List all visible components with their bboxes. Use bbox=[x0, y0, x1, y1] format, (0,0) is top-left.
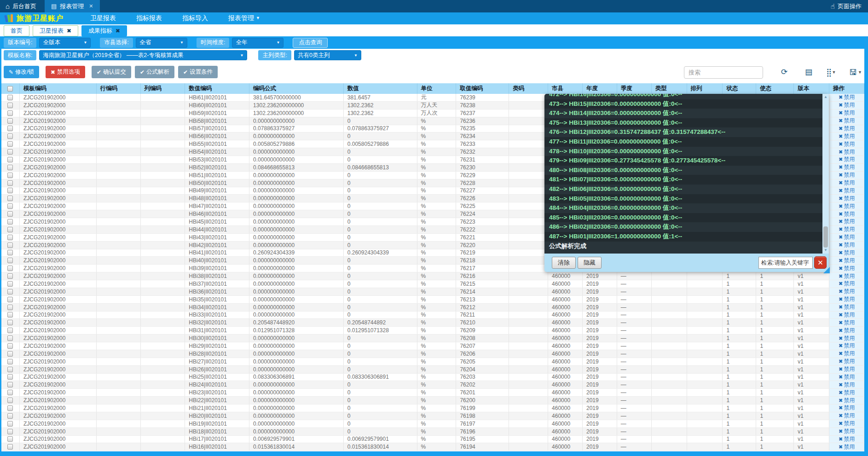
row-checkbox[interactable] bbox=[7, 320, 13, 325]
disable-row-link[interactable]: ✖禁用 bbox=[839, 327, 855, 334]
keyword-search-input[interactable] bbox=[758, 257, 813, 269]
row-checkbox[interactable] bbox=[7, 110, 13, 116]
row-checkbox[interactable] bbox=[7, 103, 13, 108]
disable-row-link[interactable]: ✖禁用 bbox=[839, 420, 855, 427]
row-checkbox[interactable] bbox=[7, 118, 13, 124]
disable-row-link[interactable]: ✖禁用 bbox=[839, 342, 855, 350]
row-checkbox[interactable] bbox=[7, 351, 13, 357]
disable-row-link[interactable]: ✖禁用 bbox=[839, 312, 855, 319]
disable-row-link[interactable]: ✖禁用 bbox=[839, 366, 855, 373]
export-icon[interactable]: 🖫▼ bbox=[849, 67, 862, 78]
row-checkbox[interactable] bbox=[7, 188, 13, 193]
menu-indicator-import[interactable]: 指标导入 bbox=[172, 14, 218, 23]
menu-indicator-report[interactable]: 指标报表 bbox=[126, 14, 172, 23]
tab-satellite-report[interactable]: 卫星报表 ✖ bbox=[33, 25, 78, 36]
disable-row-link[interactable]: ✖禁用 bbox=[839, 249, 855, 257]
disable-row-link[interactable]: ✖禁用 bbox=[839, 164, 855, 171]
page-operations-button[interactable]: ☝ 页面操作 bbox=[824, 0, 868, 12]
row-checkbox[interactable] bbox=[7, 413, 13, 419]
row-checkbox[interactable] bbox=[7, 173, 13, 178]
disable-row-link[interactable]: ✖禁用 bbox=[839, 202, 855, 210]
tab-result-indicators[interactable]: 成果指标 ✖ bbox=[81, 25, 127, 36]
disable-row-link[interactable]: ✖禁用 bbox=[839, 404, 855, 412]
query-button[interactable]: 点击查询 bbox=[293, 38, 328, 48]
disable-row-link[interactable]: ✖禁用 bbox=[839, 140, 855, 148]
disable-row-link[interactable]: ✖禁用 bbox=[839, 389, 855, 396]
row-checkbox[interactable] bbox=[7, 242, 13, 248]
disable-row-link[interactable]: ✖禁用 bbox=[839, 179, 855, 187]
disable-row-link[interactable]: ✖禁用 bbox=[839, 210, 855, 218]
row-checkbox[interactable] bbox=[7, 429, 13, 434]
console-scrollbar[interactable]: ▲ ▼ bbox=[822, 94, 829, 254]
row-checkbox[interactable] bbox=[7, 95, 13, 100]
list-view-icon[interactable]: ▤ bbox=[805, 67, 812, 78]
disable-row-link[interactable]: ✖禁用 bbox=[839, 296, 855, 303]
menu-satellite-report[interactable]: 卫星报表 bbox=[80, 14, 126, 23]
confirm-submit-button[interactable]: ✔确认提交 bbox=[92, 66, 131, 78]
time-dimension-select[interactable]: 全年▼ bbox=[232, 38, 284, 48]
row-checkbox[interactable] bbox=[7, 444, 13, 450]
row-checkbox[interactable] bbox=[7, 196, 13, 201]
disable-row-link[interactable]: ✖禁用 bbox=[839, 257, 855, 264]
hide-button[interactable]: 隐藏 bbox=[578, 257, 602, 269]
select-all-header-cell[interactable] bbox=[1, 83, 20, 94]
row-checkbox[interactable] bbox=[7, 382, 13, 387]
row-checkbox[interactable] bbox=[7, 250, 13, 255]
set-conditions-button[interactable]: ✔设置条件 bbox=[178, 66, 218, 78]
row-checkbox[interactable] bbox=[7, 203, 13, 209]
row-checkbox[interactable] bbox=[7, 398, 13, 403]
disable-row-link[interactable]: ✖禁用 bbox=[839, 187, 855, 195]
row-checkbox[interactable] bbox=[7, 374, 13, 380]
menu-report-management[interactable]: 报表管理▼ bbox=[218, 14, 270, 23]
disable-row-link[interactable]: ✖禁用 bbox=[839, 428, 855, 435]
row-checkbox[interactable] bbox=[7, 273, 13, 279]
row-checkbox[interactable] bbox=[7, 157, 13, 162]
disable-row-link[interactable]: ✖禁用 bbox=[839, 156, 855, 163]
row-checkbox[interactable] bbox=[7, 149, 13, 155]
row-checkbox[interactable] bbox=[7, 312, 13, 317]
row-checkbox[interactable] bbox=[7, 141, 13, 147]
row-checkbox[interactable] bbox=[7, 359, 13, 364]
row-checkbox[interactable] bbox=[7, 405, 13, 411]
grid-columns-icon[interactable]: ⣿▼ bbox=[826, 67, 835, 78]
disable-row-link[interactable]: ✖禁用 bbox=[839, 443, 855, 450]
disable-row-link[interactable]: ✖禁用 bbox=[839, 381, 855, 388]
row-checkbox[interactable] bbox=[7, 328, 13, 333]
row-checkbox[interactable] bbox=[7, 211, 13, 217]
row-checkbox[interactable] bbox=[7, 297, 13, 302]
scroll-up-arrow-icon[interactable]: ▲ bbox=[822, 94, 829, 100]
disable-row-link[interactable]: ✖禁用 bbox=[839, 110, 855, 117]
disable-row-link[interactable]: ✖禁用 bbox=[839, 272, 855, 280]
disable-row-link[interactable]: ✖禁用 bbox=[839, 358, 855, 365]
row-checkbox[interactable] bbox=[7, 390, 13, 395]
disable-row-link[interactable]: ✖禁用 bbox=[839, 218, 855, 225]
scroll-down-arrow-icon[interactable]: ▼ bbox=[822, 247, 829, 254]
disable-row-link[interactable]: ✖禁用 bbox=[839, 195, 855, 202]
main-column-type-select[interactable]: 共有0类主列▼ bbox=[294, 50, 361, 60]
row-checkbox[interactable] bbox=[7, 335, 13, 341]
county-select[interactable]: 全省▼ bbox=[136, 38, 187, 48]
disable-row-link[interactable]: ✖禁用 bbox=[839, 436, 855, 443]
disable-row-link[interactable]: ✖禁用 bbox=[839, 125, 855, 133]
row-checkbox[interactable] bbox=[7, 436, 13, 442]
row-checkbox[interactable] bbox=[7, 305, 13, 310]
row-checkbox[interactable] bbox=[7, 266, 13, 271]
select-all-checkbox[interactable] bbox=[7, 86, 13, 92]
tab-home[interactable]: 首页 bbox=[4, 25, 29, 36]
version-select[interactable]: 全版本▼ bbox=[39, 38, 91, 48]
refresh-icon[interactable]: ⟳ bbox=[781, 67, 787, 78]
template-name-select[interactable]: 海南旅游卫星账户（2019全省） ——表2-专项核算成果▼ bbox=[39, 50, 247, 60]
row-checkbox[interactable] bbox=[7, 343, 13, 349]
disable-row-link[interactable]: ✖禁用 bbox=[839, 234, 855, 241]
row-checkbox[interactable] bbox=[7, 133, 13, 139]
close-icon[interactable]: ✖ bbox=[67, 28, 71, 34]
disable-row-link[interactable]: ✖禁用 bbox=[839, 288, 855, 295]
row-checkbox[interactable] bbox=[7, 235, 13, 240]
row-checkbox[interactable] bbox=[7, 421, 13, 427]
disable-row-link[interactable]: ✖禁用 bbox=[839, 335, 855, 342]
disable-row-link[interactable]: ✖禁用 bbox=[839, 148, 855, 156]
row-checkbox[interactable] bbox=[7, 281, 13, 287]
scrollbar-thumb[interactable] bbox=[823, 226, 828, 248]
disable-row-link[interactable]: ✖禁用 bbox=[839, 412, 855, 420]
clear-button[interactable]: 清除 bbox=[552, 257, 576, 269]
